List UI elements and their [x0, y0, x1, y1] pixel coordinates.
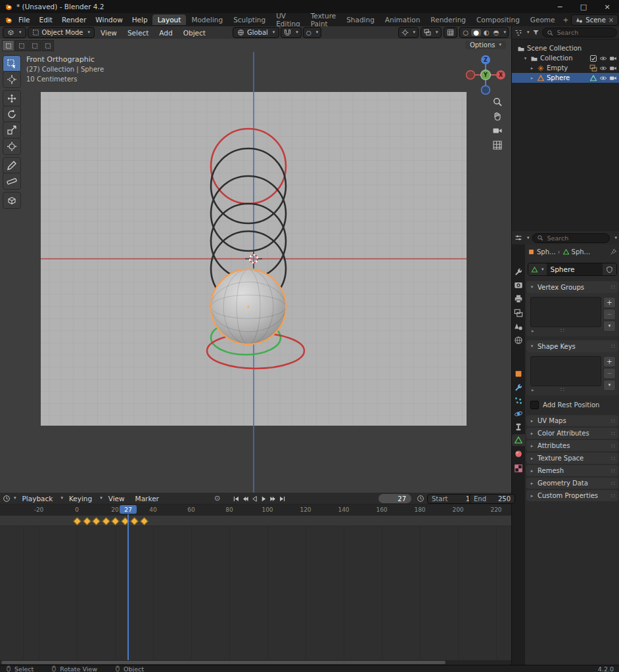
- tab-compositing[interactable]: Compositing: [471, 14, 525, 25]
- drag-grip-icon[interactable]: ∷: [611, 418, 616, 424]
- properties-menu-icon[interactable]: ▾: [614, 236, 617, 240]
- vertex-groups-list[interactable]: [530, 297, 601, 327]
- current-frame-field[interactable]: 27: [378, 494, 411, 503]
- shading-solid-button[interactable]: ●: [471, 29, 481, 36]
- tab-world[interactable]: [514, 336, 523, 345]
- properties-search-input[interactable]: [546, 234, 588, 242]
- add-workspace-button[interactable]: +: [561, 14, 572, 25]
- select-mode-subtract-button[interactable]: [28, 40, 41, 51]
- tool-annotate[interactable]: [3, 157, 21, 174]
- pin-icon[interactable]: [610, 248, 617, 256]
- play-reverse-button[interactable]: [250, 494, 259, 503]
- tool-transform[interactable]: [3, 138, 21, 155]
- remove-vertex-group-button[interactable]: −: [603, 309, 616, 320]
- timeline-scrollbar[interactable]: [0, 660, 511, 665]
- fake-user-button[interactable]: [603, 263, 616, 275]
- object-icon[interactable]: [528, 248, 535, 256]
- maximize-button[interactable]: □: [572, 0, 595, 13]
- properties-search[interactable]: [532, 233, 610, 243]
- timeline-track-area[interactable]: [0, 516, 511, 660]
- panel-shape-keys-header[interactable]: ▾ Shape Keys ∷: [526, 340, 618, 352]
- mode-dropdown[interactable]: Object Mode ▾: [28, 27, 95, 38]
- tab-layout[interactable]: Layout: [152, 14, 187, 25]
- select-mode-extend-button[interactable]: [15, 40, 28, 51]
- menu-edit[interactable]: Edit: [35, 16, 57, 24]
- drag-grip-icon[interactable]: ∷: [611, 430, 616, 437]
- breadcrumb-object[interactable]: Sph...: [537, 248, 556, 256]
- drag-grip-icon[interactable]: ∷: [611, 455, 616, 462]
- list-resize-grip[interactable]: ∷: [561, 386, 565, 393]
- menu-view[interactable]: View: [96, 29, 122, 37]
- filter-icon[interactable]: [532, 29, 539, 36]
- eye-icon[interactable]: [599, 64, 607, 72]
- tool-rotate[interactable]: [3, 106, 21, 123]
- viewport-canvas[interactable]: Z X Y: [0, 39, 511, 493]
- navigation-gizmo[interactable]: Z X Y: [467, 55, 506, 95]
- next-keyframe-button[interactable]: [268, 494, 277, 503]
- current-frame-badge[interactable]: 27: [120, 505, 137, 514]
- shading-rendered-button[interactable]: ◓: [492, 29, 501, 36]
- tab-render[interactable]: [514, 280, 523, 290]
- eye-icon[interactable]: [599, 55, 607, 62]
- expand-icon[interactable]: ▾: [522, 56, 528, 61]
- mesh-data-icon[interactable]: [562, 248, 570, 256]
- datablock-name-field[interactable]: Sphere: [547, 263, 603, 275]
- panel-vertex-groups-header[interactable]: ▾ Vertex Groups ∷: [526, 281, 618, 293]
- datablock-browse-button[interactable]: ▾: [528, 263, 547, 275]
- camera-visibility-icon[interactable]: [609, 64, 617, 72]
- auto-keying-toggle[interactable]: ⊙: [214, 495, 220, 502]
- menu-help[interactable]: Help: [127, 16, 152, 24]
- pan-control[interactable]: [492, 111, 503, 122]
- outliner-search-input[interactable]: [556, 28, 598, 37]
- editor-type-button[interactable]: ▾: [3, 27, 26, 38]
- menu-file[interactable]: File: [14, 16, 35, 24]
- breadcrumb-data[interactable]: Sph...: [572, 248, 591, 256]
- transform-orientation-dropdown[interactable]: Global ▾: [233, 27, 279, 38]
- drag-grip-icon[interactable]: ∷: [611, 493, 616, 499]
- panel-texture-space[interactable]: ▸ Texture Space ∷: [526, 453, 618, 464]
- menu-keying[interactable]: Keying: [64, 495, 97, 503]
- remove-shape-key-button[interactable]: −: [603, 368, 616, 379]
- tab-output[interactable]: [514, 294, 523, 303]
- drag-grip-icon[interactable]: ∷: [611, 480, 616, 487]
- ortho-toggle-control[interactable]: [492, 140, 503, 150]
- tab-tool[interactable]: [514, 267, 523, 277]
- minimize-button[interactable]: −: [548, 0, 572, 13]
- tab-texture[interactable]: [514, 464, 523, 473]
- gizmo-z-neg-ball[interactable]: [482, 86, 490, 95]
- vertex-group-specials-button[interactable]: ▾: [603, 321, 616, 332]
- panel-remesh[interactable]: ▸ Remesh ∷: [526, 465, 618, 476]
- panel-color-attributes[interactable]: ▸ Color Attributes ∷: [526, 428, 618, 439]
- add-vertex-group-button[interactable]: +: [603, 297, 616, 308]
- add-rest-position-checkbox[interactable]: [530, 401, 539, 409]
- menu-render[interactable]: Render: [57, 16, 91, 24]
- menu-select[interactable]: Select: [123, 29, 153, 37]
- list-filter-toggle[interactable]: ▸: [532, 388, 534, 393]
- jump-to-start-button[interactable]: [231, 494, 241, 503]
- jump-to-end-button[interactable]: [277, 494, 287, 503]
- drag-grip-icon[interactable]: ∷: [611, 468, 616, 474]
- list-filter-toggle[interactable]: ▸: [532, 328, 534, 334]
- tab-constraints[interactable]: [514, 422, 523, 432]
- tool-add-cube[interactable]: [3, 192, 21, 209]
- menu-add[interactable]: Add: [154, 29, 177, 37]
- tab-rendering[interactable]: Rendering: [425, 14, 471, 25]
- expand-icon[interactable]: ▸: [529, 76, 535, 81]
- menu-marker[interactable]: Marker: [131, 495, 164, 503]
- select-mode-intersect-button[interactable]: [41, 40, 54, 51]
- drag-grip-icon[interactable]: ∷: [611, 284, 616, 290]
- timeline-ruler[interactable]: -20 0 20 40 60 80 100 120 140 160 180 20…: [0, 504, 511, 516]
- tab-view-layer[interactable]: [514, 309, 523, 318]
- tab-object-data[interactable]: [514, 436, 523, 445]
- outliner-row-sphere[interactable]: ▸ Sphere: [512, 73, 619, 83]
- options-dropdown[interactable]: Options ▾: [465, 41, 506, 49]
- checkbox-icon[interactable]: [589, 55, 597, 62]
- scrollbar-thumb[interactable]: [1, 661, 446, 664]
- drag-grip-icon[interactable]: ∷: [611, 443, 616, 449]
- outliner-row-collection[interactable]: ▾ Collection: [512, 53, 619, 63]
- timeline-editor-icon[interactable]: [3, 495, 11, 503]
- end-frame-field[interactable]: End 250: [469, 494, 515, 504]
- previous-keyframe-button[interactable]: [241, 494, 250, 503]
- tool-cursor[interactable]: [3, 71, 21, 88]
- shape-keys-list[interactable]: [530, 356, 601, 386]
